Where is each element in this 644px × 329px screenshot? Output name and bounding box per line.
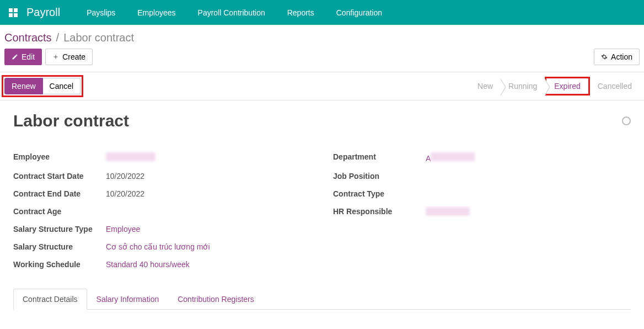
top-nav: Payroll Payslips Employees Payroll Contr… bbox=[0, 0, 644, 25]
value-end-date: 10/20/2022 bbox=[106, 189, 311, 198]
plus-icon bbox=[52, 54, 59, 60]
label-salary-structure-type: Salary Structure Type bbox=[13, 225, 106, 234]
value-hr-responsible[interactable] bbox=[426, 207, 631, 217]
status-step-expired[interactable]: Expired bbox=[546, 78, 588, 94]
form-col-right: Department A Job Position Contract Type … bbox=[333, 152, 631, 278]
nav-employees[interactable]: Employees bbox=[128, 8, 184, 17]
value-salary-structure[interactable]: Cơ sở cho cấu trúc lương mới bbox=[106, 242, 311, 251]
kanban-state-icon[interactable] bbox=[622, 116, 631, 125]
label-employee: Employee bbox=[13, 152, 106, 161]
action-label: Action bbox=[611, 52, 632, 61]
nav-configuration[interactable]: Configuration bbox=[328, 8, 391, 17]
value-salary-structure-type[interactable]: Employee bbox=[106, 225, 311, 234]
label-hr-responsible: HR Responsible bbox=[333, 207, 426, 216]
breadcrumb-parent[interactable]: Contracts bbox=[4, 31, 52, 44]
create-button[interactable]: Create bbox=[45, 49, 93, 65]
nav-payslips[interactable]: Payslips bbox=[78, 8, 124, 17]
status-step-running[interactable]: Running bbox=[501, 78, 545, 94]
gear-icon bbox=[601, 54, 608, 60]
status-step-new[interactable]: New bbox=[470, 78, 501, 94]
tab-contribution-registers[interactable]: Contribution Registers bbox=[168, 289, 264, 310]
label-contract-age: Contract Age bbox=[13, 207, 106, 216]
pencil-icon bbox=[12, 54, 18, 60]
label-department: Department bbox=[333, 152, 426, 161]
toolbar: Edit Create Action bbox=[0, 49, 644, 72]
highlight-renew-cancel: Renew Cancel bbox=[2, 75, 83, 97]
create-label: Create bbox=[62, 52, 85, 61]
edit-label: Edit bbox=[22, 52, 35, 61]
value-department[interactable]: A bbox=[426, 152, 631, 163]
status-step-cancelled[interactable]: Cancelled bbox=[590, 78, 640, 94]
status-steps: New Running Expired Cancelled bbox=[470, 77, 640, 95]
label-job-position: Job Position bbox=[333, 172, 426, 181]
value-working-schedule[interactable]: Standard 40 hours/week bbox=[106, 260, 311, 269]
page-title: Labor contract bbox=[13, 112, 129, 130]
tab-contract-details[interactable]: Contract Details bbox=[13, 289, 87, 310]
renew-button[interactable]: Renew bbox=[4, 78, 43, 94]
tab-salary-information[interactable]: Salary Information bbox=[87, 289, 169, 310]
label-working-schedule: Working Schedule bbox=[13, 260, 106, 269]
form-col-left: Employee Contract Start Date 10/20/2022 … bbox=[13, 152, 311, 278]
label-start-date: Contract Start Date bbox=[13, 172, 106, 181]
form-sheet: Labor contract Employee Contract Start D… bbox=[0, 100, 644, 321]
app-title[interactable]: Payroll bbox=[26, 6, 60, 19]
edit-button[interactable]: Edit bbox=[4, 49, 42, 65]
statusbar: Renew Cancel New Running Expired Cancell… bbox=[0, 72, 644, 100]
action-button[interactable]: Action bbox=[594, 49, 640, 65]
breadcrumb-current: Labor contract bbox=[63, 31, 134, 44]
tabs: Contract Details Salary Information Cont… bbox=[13, 289, 631, 310]
value-employee[interactable] bbox=[106, 152, 311, 163]
label-salary-structure: Salary Structure bbox=[13, 242, 106, 251]
cancel-button[interactable]: Cancel bbox=[43, 78, 81, 94]
label-end-date: Contract End Date bbox=[13, 189, 106, 198]
nav-reports[interactable]: Reports bbox=[278, 8, 323, 17]
breadcrumb: Contracts / Labor contract bbox=[0, 25, 644, 49]
apps-icon[interactable] bbox=[9, 8, 18, 17]
nav-payroll-contribution[interactable]: Payroll Contribution bbox=[189, 8, 274, 17]
value-start-date: 10/20/2022 bbox=[106, 172, 311, 181]
breadcrumb-separator: / bbox=[56, 31, 60, 44]
label-contract-type: Contract Type bbox=[333, 189, 426, 198]
highlight-expired: Expired bbox=[545, 77, 589, 95]
